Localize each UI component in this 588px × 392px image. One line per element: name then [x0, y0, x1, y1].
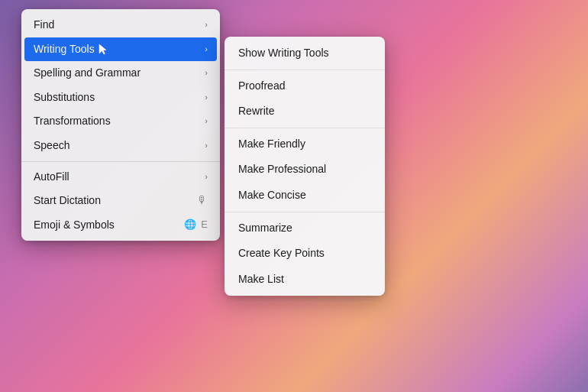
menu-item-emoji-symbols-label: Emoji & Symbols: [34, 218, 115, 233]
submenu-item-proofread[interactable]: Proofread: [225, 73, 385, 99]
menu-item-emoji-symbols[interactable]: Emoji & Symbols 🌐 E: [21, 213, 220, 238]
menu-item-spelling-grammar-label: Spelling and Grammar: [34, 66, 141, 81]
submenu-item-make-professional[interactable]: Make Professional: [225, 157, 385, 183]
dictation-shortcut: 🎙: [197, 193, 208, 209]
menu-item-find[interactable]: Find ›: [21, 13, 220, 37]
submenu-item-make-friendly-label: Make Friendly: [238, 137, 305, 152]
chevron-icon: ›: [205, 67, 208, 79]
cursor-icon: [98, 43, 107, 55]
submenu-item-summarize-label: Summarize: [238, 221, 292, 236]
menu-item-substitutions-label: Substitutions: [34, 90, 95, 105]
chevron-icon: ›: [205, 19, 208, 31]
menu-item-autofill-label: AutoFill: [34, 170, 69, 185]
chevron-icon: ›: [205, 171, 208, 183]
menu-item-transformations-label: Transformations: [34, 114, 111, 129]
submenu-item-rewrite[interactable]: Rewrite: [225, 99, 385, 125]
menu-item-autofill[interactable]: AutoFill ›: [21, 165, 220, 190]
context-menu-container: Find › Writing Tools › Spelling and Gram…: [21, 9, 385, 296]
writing-tools-submenu: Show Writing Tools Proofread Rewrite Mak…: [225, 37, 385, 296]
menu-item-start-dictation[interactable]: Start Dictation 🎙: [21, 189, 220, 213]
chevron-icon-highlighted: ›: [205, 44, 208, 55]
menu-item-transformations[interactable]: Transformations ›: [21, 109, 220, 134]
menu-item-writing-tools[interactable]: Writing Tools ›: [24, 37, 217, 62]
submenu-item-make-concise-label: Make Concise: [238, 188, 306, 203]
submenu-item-make-concise[interactable]: Make Concise: [225, 183, 385, 209]
emoji-shortcut: 🌐 E: [184, 218, 208, 232]
chevron-icon: ›: [205, 92, 208, 103]
separator-1: [21, 161, 220, 162]
submenu-item-create-key-points-label: Create Key Points: [238, 246, 325, 261]
submenu-item-make-friendly[interactable]: Make Friendly: [225, 131, 385, 157]
submenu-separator-3: [225, 212, 385, 212]
main-context-menu: Find › Writing Tools › Spelling and Gram…: [21, 9, 220, 241]
submenu-item-make-list[interactable]: Make List: [225, 267, 385, 293]
chevron-icon: ›: [205, 115, 208, 127]
mic-icon: 🎙: [197, 193, 208, 209]
menu-item-speech[interactable]: Speech ›: [21, 134, 220, 158]
submenu-item-summarize[interactable]: Summarize: [225, 215, 385, 241]
submenu-item-show-writing-tools-label: Show Writing Tools: [238, 46, 329, 61]
menu-item-writing-tools-label: Writing Tools: [34, 42, 107, 57]
submenu-separator-2: [225, 128, 385, 128]
submenu-item-create-key-points[interactable]: Create Key Points: [225, 241, 385, 267]
submenu-separator-1: [225, 70, 385, 70]
menu-item-substitutions[interactable]: Substitutions ›: [21, 86, 220, 110]
menu-item-find-label: Find: [34, 18, 54, 33]
globe-icon: 🌐: [184, 218, 196, 232]
menu-item-speech-label: Speech: [34, 138, 69, 154]
submenu-item-rewrite-label: Rewrite: [238, 104, 274, 119]
submenu-item-proofread-label: Proofread: [238, 79, 285, 94]
menu-item-start-dictation-label: Start Dictation: [34, 193, 101, 209]
submenu-item-make-professional-label: Make Professional: [238, 162, 326, 177]
submenu-item-show-writing-tools[interactable]: Show Writing Tools: [225, 40, 385, 66]
shortcut-e: E: [201, 218, 208, 232]
chevron-icon: ›: [205, 140, 208, 151]
menu-item-spelling-grammar[interactable]: Spelling and Grammar ›: [21, 61, 220, 86]
submenu-item-make-list-label: Make List: [238, 272, 284, 287]
